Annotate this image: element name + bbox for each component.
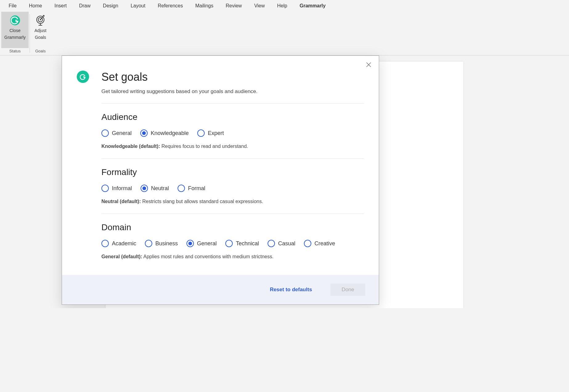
radio-academic[interactable]: Academic [101,240,136,247]
tab-view[interactable]: View [248,1,271,11]
radio-label: General [112,130,132,137]
tab-home[interactable]: Home [23,1,48,11]
close-grammarly-button[interactable]: CloseGrammarly [1,12,29,48]
ribbon-content: CloseGrammarlyStatusAdjustGoalsGoals [0,12,569,55]
section-title: Audience [101,112,364,122]
radio-circle-icon [101,185,109,192]
section-title: Domain [101,223,364,232]
section-title: Formality [101,167,364,177]
radio-technical[interactable]: Technical [225,240,259,247]
radio-informal[interactable]: Informal [101,185,132,192]
ribbon-btn-label: Adjust [35,28,47,33]
radio-circle-icon [268,240,275,247]
section-description: Neutral (default): Restricts slang but a… [101,199,364,204]
tab-file[interactable]: File [2,1,23,11]
radio-group: AcademicBusinessGeneralTechnicalCasualCr… [101,240,364,247]
ribbon-group-goals: AdjustGoalsGoals [30,12,51,55]
radio-circle-icon [140,129,148,137]
dialog-footer: Reset to defaults Done [62,275,379,304]
radio-circle-icon [197,129,205,137]
tab-references[interactable]: References [152,1,189,11]
radio-circle-icon [186,240,194,247]
radio-label: Expert [208,130,224,137]
ribbon-group-label: Status [9,48,21,55]
radio-label: Knowledgeable [151,130,189,137]
ribbon-group-status: CloseGrammarlyStatus [0,12,30,55]
section-description-bold: General (default): [101,254,142,259]
section-formality: FormalityInformalNeutralFormalNeutral (d… [101,158,364,214]
tab-draw[interactable]: Draw [73,1,96,11]
tab-review[interactable]: Review [219,1,248,11]
radio-knowledgeable[interactable]: Knowledgeable [140,129,189,137]
document-area: Set goals Get tailored writing suggestio… [0,55,569,308]
radio-business[interactable]: Business [145,240,178,247]
tab-mailings[interactable]: Mailings [189,1,220,11]
ribbon-btn-label: Close [10,28,21,33]
radio-label: Casual [278,240,295,247]
dialog-title: Set goals [101,71,364,84]
target-icon [34,14,47,27]
radio-group: GeneralKnowledgeableExpert [101,129,364,137]
dialog-subtitle: Get tailored writing suggestions based o… [101,88,364,95]
radio-label: Creative [314,240,335,247]
section-description: Knowledgeable (default): Requires focus … [101,144,364,149]
radio-casual[interactable]: Casual [268,240,295,247]
ribbon-btn-label: Goals [35,35,46,40]
section-domain: DomainAcademicBusinessGeneralTechnicalCa… [101,214,364,266]
section-audience: AudienceGeneralKnowledgeableExpertKnowle… [101,103,364,158]
ribbon-tabs: FileHomeInsertDrawDesignLayoutReferences… [0,0,569,12]
radio-group: InformalNeutralFormal [101,185,364,192]
radio-creative[interactable]: Creative [304,240,335,247]
radio-neutral[interactable]: Neutral [141,185,169,192]
radio-circle-icon [141,185,148,192]
tab-grammarly[interactable]: Grammarly [293,1,332,11]
radio-label: General [197,240,217,247]
set-goals-dialog: Set goals Get tailored writing suggestio… [62,55,379,305]
radio-label: Neutral [151,185,169,192]
tab-layout[interactable]: Layout [125,1,152,11]
section-description-rest: Requires focus to read and understand. [160,144,248,149]
radio-label: Technical [236,240,259,247]
adjust-goals-button[interactable]: AdjustGoals [31,12,50,48]
grammarly-icon [9,14,21,27]
radio-general[interactable]: General [101,129,132,137]
close-icon[interactable] [365,61,373,70]
radio-circle-icon [145,240,152,247]
radio-circle-icon [101,129,109,137]
ribbon-group-label: Goals [35,48,46,55]
done-button[interactable]: Done [330,284,365,296]
radio-label: Formal [188,185,205,192]
ribbon-btn-label: Grammarly [4,35,26,40]
grammarly-icon [77,71,89,83]
radio-circle-icon [304,240,311,247]
radio-circle-icon [178,185,185,192]
section-description-rest: Applies most rules and conventions with … [142,254,273,259]
radio-label: Academic [112,240,136,247]
reset-to-defaults-button[interactable]: Reset to defaults [270,287,312,293]
radio-formal[interactable]: Formal [178,185,205,192]
section-description: General (default): Applies most rules an… [101,254,364,259]
radio-circle-icon [225,240,233,247]
section-description-bold: Knowledgeable (default): [101,144,160,149]
tab-insert[interactable]: Insert [48,1,73,11]
radio-label: Business [155,240,178,247]
radio-label: Informal [112,185,132,192]
radio-general[interactable]: General [186,240,217,247]
section-description-rest: Restricts slang but allows standard casu… [141,199,263,204]
tab-design[interactable]: Design [97,1,125,11]
radio-circle-icon [101,240,109,247]
section-description-bold: Neutral (default): [101,199,141,204]
tab-help[interactable]: Help [271,1,293,11]
radio-expert[interactable]: Expert [197,129,224,137]
